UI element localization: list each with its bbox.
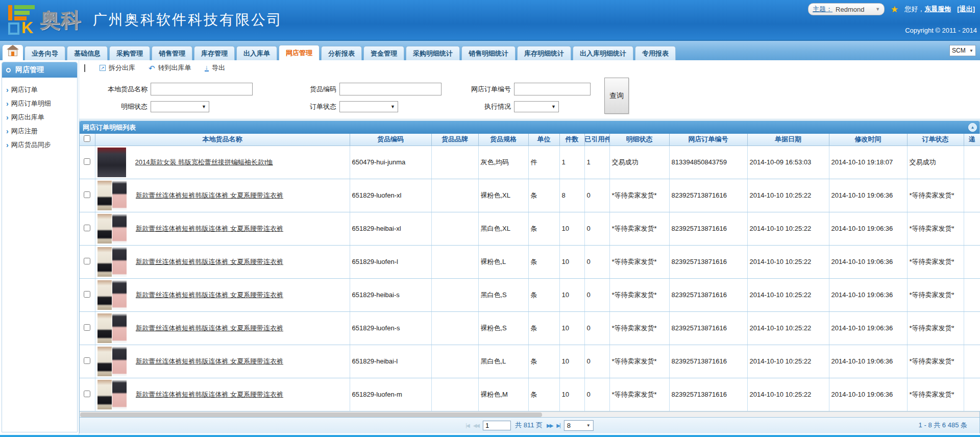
horizontal-scrollbar[interactable] [80, 411, 979, 417]
row-checkbox[interactable] [84, 391, 90, 397]
home-tab[interactable] [3, 45, 23, 60]
sidebar: 网店管理 ›网店订单›网店订单明细›网店出库单›网店注册›网店货品同步 [0, 60, 79, 435]
product-image[interactable] [112, 347, 127, 376]
last-page-icon[interactable]: ▶| [556, 423, 559, 428]
scrollbar-thumb[interactable] [80, 412, 542, 417]
column-header[interactable]: 单位 [528, 134, 559, 145]
row-checkbox[interactable] [84, 357, 90, 364]
sidebar-item-label: 网店订单明细 [11, 99, 51, 108]
product-image[interactable] [97, 247, 112, 277]
product-image[interactable] [97, 313, 112, 343]
nav-tab[interactable]: 出入库单 [236, 46, 277, 60]
split-outbound-button[interactable]: ↗ 拆分出库 [100, 63, 135, 72]
column-header[interactable]: 本地货品名称 [95, 134, 350, 145]
scm-select[interactable]: SCM ▼ [949, 45, 976, 56]
detail-status-select[interactable]: ▼ [151, 101, 209, 112]
nav-tab[interactable]: 业务向导 [24, 46, 65, 60]
product-image[interactable] [112, 380, 127, 409]
table-cell: *等待卖家发货* [609, 212, 669, 245]
theme-select[interactable]: 主题： Redmond ▼ [808, 3, 885, 15]
product-image[interactable] [112, 313, 127, 343]
sidebar-item[interactable]: ›网店货品同步 [2, 138, 77, 152]
first-page-icon[interactable]: |◀ [465, 423, 469, 428]
execution-status-select[interactable]: ▼ [514, 101, 559, 112]
column-header[interactable]: 货品品牌 [431, 134, 478, 145]
product-name-link[interactable]: 新款蕾丝连体裤短裤韩版连体裤 女夏系腰带连衣裤 [136, 290, 284, 300]
next-page-icon[interactable]: ▶▶ [547, 423, 552, 428]
nav-tab[interactable]: 专用报表 [635, 46, 676, 60]
row-checkbox[interactable] [84, 258, 90, 264]
export-button[interactable]: ↓ 导出 [205, 63, 226, 72]
row-checkbox[interactable] [84, 225, 90, 231]
row-checkbox[interactable] [84, 158, 90, 165]
username-link[interactable]: 东晨服饰 [924, 5, 951, 13]
product-name-link[interactable]: 新款蕾丝连体裤短裤韩版连体裤 女夏系腰带连衣裤 [136, 257, 284, 266]
shop-order-no-input[interactable] [514, 83, 591, 95]
nav-tab[interactable]: 网店管理 [279, 45, 320, 60]
product-name-link[interactable]: 新款蕾丝连体裤短裤韩版连体裤 女夏系腰带连衣裤 [136, 390, 284, 399]
nav-tab[interactable]: 资金管理 [363, 46, 404, 60]
nav-tab[interactable]: 采购管理 [109, 46, 150, 60]
row-checkbox[interactable] [84, 291, 90, 298]
column-header[interactable]: 货品规格 [478, 134, 528, 145]
product-image[interactable] [112, 247, 127, 277]
row-checkbox[interactable] [84, 324, 90, 331]
row-checkbox[interactable] [84, 191, 90, 198]
product-image[interactable] [97, 280, 112, 310]
local-product-name-input[interactable] [151, 83, 253, 95]
product-image[interactable] [97, 214, 112, 244]
select-all-checkbox[interactable] [84, 135, 90, 142]
favorite-star-icon[interactable]: ★ [891, 4, 898, 15]
nav-tab[interactable]: 库存明细统计 [517, 46, 571, 60]
nav-tab[interactable]: 销售明细统计 [461, 46, 516, 60]
product-image[interactable] [112, 181, 127, 210]
order-status-select[interactable]: ▼ [339, 101, 398, 112]
collapse-panel-icon[interactable]: ▲ [968, 123, 977, 132]
table-cell: 0 [584, 345, 609, 378]
table-cell [431, 311, 478, 345]
product-name-link[interactable]: 新款蕾丝连体裤短裤韩版连体裤 女夏系腰带连衣裤 [136, 357, 284, 366]
column-header[interactable]: 已引用件 [584, 134, 609, 145]
nav-tab[interactable]: 基础信息 [67, 46, 108, 60]
nav-tab[interactable]: 库存管理 [194, 46, 235, 60]
sidebar-item[interactable]: ›网店出库单 [2, 110, 77, 124]
table-cell [964, 212, 980, 245]
logout-link[interactable]: [退出] [957, 5, 975, 14]
product-name-link[interactable]: 2014新款女装 韩版宽松蕾丝接拼蝙蝠袖长款t恤 [135, 158, 273, 167]
product-name-link[interactable]: 新款蕾丝连体裤短裤韩版连体裤 女夏系腰带连衣裤 [136, 324, 284, 333]
column-header[interactable]: 单据日期 [747, 134, 829, 145]
sidebar-item[interactable]: ›网店订单明细 [2, 96, 77, 110]
product-name-link[interactable]: 新款蕾丝连体裤短裤韩版连体裤 女夏系腰带连衣裤 [136, 191, 284, 200]
column-header[interactable]: 递 [964, 134, 980, 145]
product-image[interactable] [97, 181, 112, 210]
nav-tab[interactable]: 采购明细统计 [406, 46, 460, 60]
sidebar-item[interactable]: ›网店注册 [2, 124, 77, 138]
product-code-input[interactable] [339, 83, 442, 95]
page-number-input[interactable] [483, 421, 511, 430]
page-size-select[interactable]: 8 ▼ [564, 420, 594, 431]
query-button[interactable]: 查询 [604, 78, 629, 114]
product-image[interactable] [97, 380, 112, 409]
column-header[interactable]: 网店订单编号 [669, 134, 747, 145]
product-name-link[interactable]: 新款蕾丝连体裤短裤韩版连体裤 女夏系腰带连衣裤 [136, 224, 284, 233]
product-image[interactable] [112, 214, 127, 244]
nav-tab[interactable]: 出入库明细统计 [573, 46, 633, 60]
product-image[interactable] [97, 148, 126, 177]
prev-page-icon[interactable]: ◀◀ [473, 423, 479, 428]
column-header[interactable]: 件数 [559, 134, 584, 145]
logo-mark-icon: K [6, 4, 36, 36]
column-header[interactable]: 明细状态 [609, 134, 669, 145]
column-header[interactable]: 修改时间 [829, 134, 907, 145]
table-cell: 2014-10-10 19:06:36 [829, 311, 907, 345]
column-header[interactable]: 货品编码 [350, 134, 431, 145]
goto-outbound-button[interactable]: ↶ 转到出库单 [149, 63, 191, 72]
nav-tab[interactable]: 分析报表 [321, 46, 362, 60]
product-image[interactable] [97, 347, 112, 376]
table-cell [431, 278, 478, 311]
sidebar-item[interactable]: ›网店订单 [2, 83, 77, 96]
chevron-down-icon: ▼ [390, 104, 395, 109]
product-image[interactable] [112, 280, 127, 310]
nav-tab[interactable]: 销售管理 [152, 46, 192, 60]
table-cell: 2014-10-10 19:06:36 [829, 378, 907, 411]
column-header[interactable]: 订单状态 [907, 134, 964, 145]
